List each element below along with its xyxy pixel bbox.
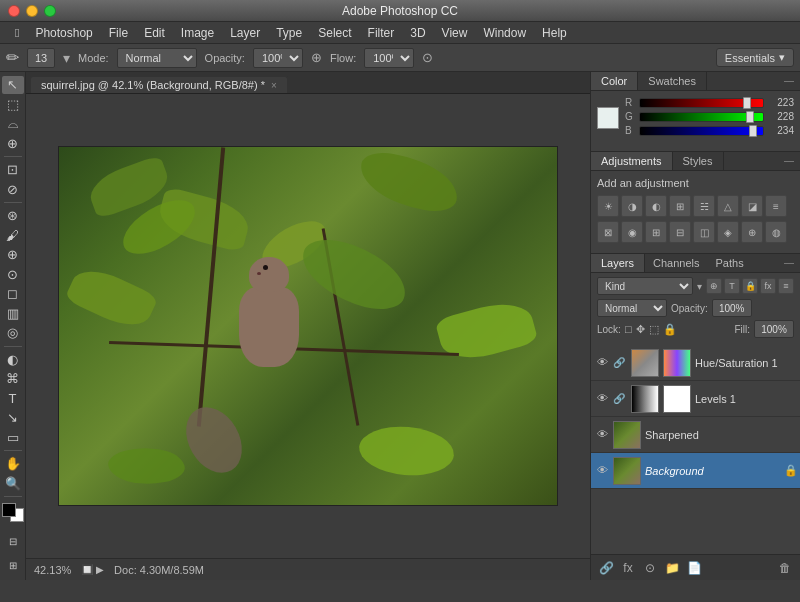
- healing-tool[interactable]: ⊛: [2, 207, 24, 225]
- tab-close-button[interactable]: ×: [271, 80, 277, 91]
- menu-select[interactable]: Select: [311, 24, 358, 42]
- adj-curves-icon[interactable]: ◈: [717, 221, 739, 243]
- opacity-select[interactable]: 100%: [253, 48, 303, 68]
- menu-window[interactable]: Window: [476, 24, 533, 42]
- close-button[interactable]: [8, 5, 20, 17]
- marquee-tool[interactable]: ⬚: [2, 96, 24, 114]
- tab-channels[interactable]: Channels: [645, 254, 707, 272]
- red-thumb[interactable]: [743, 97, 751, 109]
- layer-new-group-btn[interactable]: ⊕: [706, 278, 722, 294]
- lock-all-icon[interactable]: 🔒: [663, 323, 677, 336]
- layer-item[interactable]: 👁 🔗 Levels 1: [591, 381, 800, 417]
- layer-item[interactable]: 👁 🔗 Hue/Saturation 1: [591, 345, 800, 381]
- maximize-button[interactable]: [44, 5, 56, 17]
- tab-swatches[interactable]: Swatches: [638, 72, 707, 90]
- eyedropper-tool[interactable]: ⊘: [2, 181, 24, 199]
- menu-type[interactable]: Type: [269, 24, 309, 42]
- canvas-container[interactable]: [26, 94, 590, 558]
- layer-visibility-icon[interactable]: 👁: [595, 392, 609, 406]
- tablet-pressure-icon[interactable]: ⊕: [311, 50, 322, 65]
- airbrush-icon[interactable]: ⊙: [422, 50, 433, 65]
- layer-link-icon[interactable]: 🔗: [613, 357, 627, 368]
- menu-help[interactable]: Help: [535, 24, 574, 42]
- menu-edit[interactable]: Edit: [137, 24, 172, 42]
- adj-gradient-icon[interactable]: ⊟: [669, 221, 691, 243]
- adj-photofilter-icon[interactable]: ◪: [741, 195, 763, 217]
- tab-layers[interactable]: Layers: [591, 254, 645, 272]
- menu-layer[interactable]: Layer: [223, 24, 267, 42]
- shape-tool[interactable]: ▭: [2, 429, 24, 447]
- layer-visibility-icon[interactable]: 👁: [595, 428, 609, 442]
- adj-posterize-icon[interactable]: ◉: [621, 221, 643, 243]
- history-brush[interactable]: ⊙: [2, 266, 24, 284]
- lock-position-icon[interactable]: ⬚: [649, 323, 659, 336]
- adj-hue-sat-icon[interactable]: ⊞: [669, 195, 691, 217]
- red-slider[interactable]: [639, 98, 764, 108]
- menu-image[interactable]: Image: [174, 24, 221, 42]
- layer-fx-btn[interactable]: fx: [619, 559, 637, 577]
- hand-tool[interactable]: ✋: [2, 455, 24, 473]
- flow-select[interactable]: 100%: [364, 48, 414, 68]
- blur-tool[interactable]: ◎: [2, 324, 24, 342]
- minimize-button[interactable]: [26, 5, 38, 17]
- menu-3d[interactable]: 3D: [403, 24, 432, 42]
- adj-brightness-icon[interactable]: ☀: [597, 195, 619, 217]
- adj-blackwhite-icon[interactable]: △: [717, 195, 739, 217]
- dodge-tool[interactable]: ◐: [2, 351, 24, 369]
- tab-paths[interactable]: Paths: [708, 254, 752, 272]
- fill-value[interactable]: 100%: [754, 320, 794, 338]
- layer-link-icon[interactable]: 🔗: [613, 393, 627, 404]
- pen-tool[interactable]: ⌘: [2, 370, 24, 388]
- blue-thumb[interactable]: [749, 125, 757, 137]
- essentials-button[interactable]: Essentials ▾: [716, 48, 794, 67]
- window-controls[interactable]: [8, 5, 56, 17]
- layer-mask-btn[interactable]: ⊙: [641, 559, 659, 577]
- layer-filter-btn[interactable]: T: [724, 278, 740, 294]
- adj-selectcolor-icon[interactable]: ◫: [693, 221, 715, 243]
- layer-fx-btn[interactable]: fx: [760, 278, 776, 294]
- blend-mode-select[interactable]: Normal: [597, 299, 667, 317]
- adj-levels-icon[interactable]: ⊕: [741, 221, 763, 243]
- adj-threshold-icon[interactable]: ⊞: [645, 221, 667, 243]
- opacity-value[interactable]: 100%: [712, 299, 752, 317]
- type-tool[interactable]: T: [2, 390, 24, 408]
- green-slider[interactable]: [639, 112, 764, 122]
- blue-slider[interactable]: [639, 126, 764, 136]
- tab-adjustments[interactable]: Adjustments: [591, 152, 673, 170]
- new-layer-btn[interactable]: 📄: [685, 559, 703, 577]
- menu-filter[interactable]: Filter: [361, 24, 402, 42]
- foreground-swatch[interactable]: [597, 107, 619, 129]
- eraser-tool[interactable]: ◻: [2, 285, 24, 303]
- gradient-tool[interactable]: ▥: [2, 305, 24, 323]
- lasso-tool[interactable]: ⌓: [2, 115, 24, 133]
- mode-select[interactable]: Normal: [117, 48, 197, 68]
- layer-visibility-icon[interactable]: 👁: [595, 464, 609, 478]
- quick-select-tool[interactable]: ⊕: [2, 135, 24, 153]
- layer-lock-btn[interactable]: 🔒: [742, 278, 758, 294]
- move-tool[interactable]: ↖: [2, 76, 24, 94]
- crop-tool[interactable]: ⊡: [2, 161, 24, 179]
- brush-picker-icon[interactable]: ▾: [63, 50, 70, 66]
- green-thumb[interactable]: [746, 111, 754, 123]
- foreground-color-swatch[interactable]: [2, 503, 16, 517]
- tab-color[interactable]: Color: [591, 72, 638, 90]
- adj-channelmix-icon[interactable]: ≡: [765, 195, 787, 217]
- clone-tool[interactable]: ⊕: [2, 246, 24, 264]
- menu-view[interactable]: View: [435, 24, 475, 42]
- color-panel-collapse[interactable]: —: [778, 72, 800, 90]
- lock-transparent-icon[interactable]: □: [625, 323, 632, 335]
- menu-file[interactable]: File: [102, 24, 135, 42]
- layer-visibility-icon[interactable]: 👁: [595, 356, 609, 370]
- lock-image-icon[interactable]: ✥: [636, 323, 645, 336]
- layer-item-background[interactable]: 👁 Background 🔒: [591, 453, 800, 489]
- menu-apple[interactable]: : [8, 24, 26, 42]
- path-select-tool[interactable]: ↘: [2, 409, 24, 427]
- screen-mode-btn[interactable]: ⊞: [2, 554, 24, 576]
- menu-photoshop[interactable]: Photoshop: [28, 24, 99, 42]
- zoom-tool[interactable]: 🔍: [2, 475, 24, 493]
- adj-exposure-icon[interactable]: ◑: [621, 195, 643, 217]
- delete-layer-btn[interactable]: 🗑: [776, 559, 794, 577]
- adj-vibrance-icon[interactable]: ◐: [645, 195, 667, 217]
- brush-size-display[interactable]: 13: [27, 48, 55, 68]
- adj-colorbalance-icon[interactable]: ☵: [693, 195, 715, 217]
